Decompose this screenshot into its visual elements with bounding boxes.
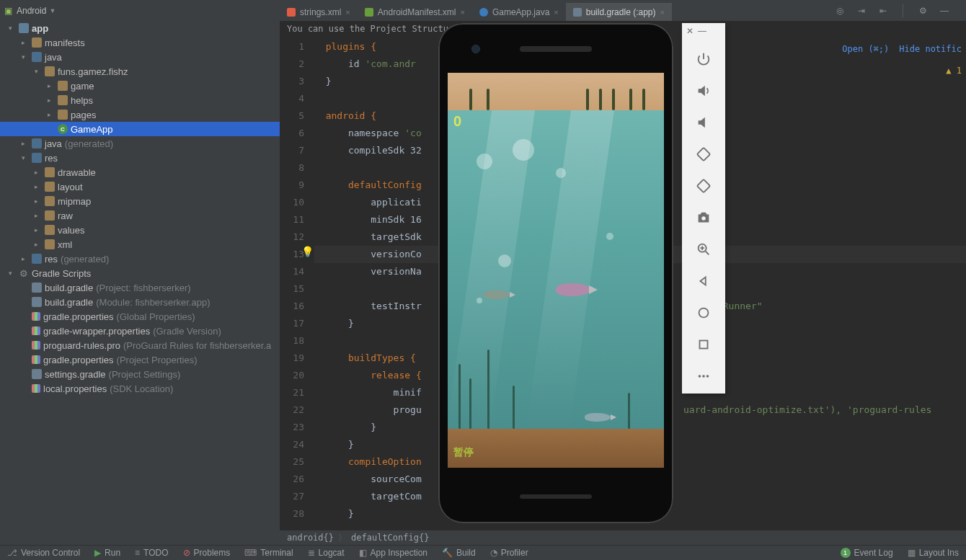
tree-node[interactable]: ▸ res (generated) [0, 252, 280, 266]
expand-arrow-icon[interactable]: ▾ [35, 68, 42, 75]
overview-icon[interactable] [682, 329, 725, 360]
home-icon[interactable] [682, 297, 725, 329]
tree-node[interactable]: settings.gradle (Project Settings) [0, 367, 280, 381]
tree-node[interactable]: ▸ values [0, 223, 280, 237]
tree-node[interactable]: ▸ layout [0, 179, 280, 194]
todo-tab[interactable]: ≡TODO [128, 548, 175, 558]
expand-arrow-icon[interactable]: ▸ [35, 212, 42, 219]
close-icon[interactable]: × [461, 8, 465, 17]
expand-arrow-icon[interactable]: ▸ [22, 140, 29, 147]
expand-arrow-icon[interactable]: ▸ [35, 197, 42, 205]
close-icon[interactable]: × [554, 8, 558, 17]
logcat-tab[interactable]: ≣Logcat [301, 548, 352, 558]
close-icon[interactable]: ✕ [686, 26, 694, 39]
tree-node[interactable]: ▾ res [0, 151, 280, 165]
tree-label: app [32, 23, 48, 34]
run-config-label: Android [17, 6, 46, 16]
open-link[interactable]: Open (⌘;) [842, 44, 889, 54]
minimize-icon[interactable]: — [698, 26, 706, 39]
editor-tab[interactable]: GameApp.java × [472, 3, 566, 21]
power-icon[interactable] [682, 43, 725, 75]
editor-tab[interactable]: AndroidManifest.xml × [358, 3, 472, 21]
tree-label: Gradle Scripts [32, 268, 91, 279]
layout-inspector-tab[interactable]: ▦Layout Ins [900, 548, 966, 558]
tree-node[interactable]: proguard-rules.pro (ProGuard Rules for f… [0, 338, 280, 352]
phone-screen[interactable]: 0 暂停 [448, 73, 664, 468]
expand-arrow-icon[interactable]: ▸ [22, 39, 29, 46]
problems-tab[interactable]: ⊘Problems [176, 548, 238, 558]
tree-node[interactable]: gradle.properties (Global Properties) [0, 309, 280, 324]
tree-node[interactable]: ▸ mipmap [0, 194, 280, 208]
folder-icon [32, 138, 42, 148]
tree-node[interactable]: ▸ java (generated) [0, 136, 280, 151]
svg-rect-0 [697, 148, 710, 161]
tree-node[interactable]: ▸ pages [0, 107, 280, 122]
back-icon[interactable] [682, 265, 725, 297]
tree-node[interactable]: ▾ app [0, 21, 280, 35]
breadcrumb-item[interactable]: android{} [287, 533, 334, 543]
expand-arrow-icon[interactable]: ▾ [22, 53, 29, 61]
tree-label: gradle.properties [43, 355, 114, 365]
editor-tab[interactable]: strings.xml × [280, 3, 358, 21]
editor-breadcrumb[interactable]: android{}〉defaultConfig{} [280, 530, 966, 545]
tree-node[interactable]: ▸ drawable [0, 165, 280, 179]
tree-node[interactable]: ▸ xml [0, 237, 280, 252]
tree-node[interactable]: ▾ java [0, 50, 280, 64]
tree-node[interactable]: ▸ raw [0, 208, 280, 223]
pause-button[interactable]: 暂停 [453, 446, 474, 459]
warning-badge[interactable]: ▲ 1 [946, 66, 962, 76]
expand-arrow-icon[interactable]: ▸ [35, 169, 42, 176]
expand-arrow-icon[interactable]: ▸ [48, 82, 55, 89]
lightbulb-icon[interactable]: 💡 [301, 246, 314, 257]
expand-arrow-icon[interactable]: ▾ [9, 270, 16, 277]
close-icon[interactable]: × [660, 8, 665, 17]
tree-node[interactable]: ▸ helps [0, 93, 280, 107]
svg-point-6 [699, 375, 701, 378]
tree-node[interactable]: local.properties (SDK Location) [0, 381, 280, 396]
rotate-left-icon[interactable] [682, 138, 725, 170]
run-config-dropdown[interactable]: Android ▼ [17, 6, 56, 16]
tree-node[interactable]: ▸ manifests [0, 35, 280, 50]
run-tab[interactable]: ▶Run [87, 548, 128, 558]
tree-node[interactable]: gradle-wrapper.properties (Gradle Versio… [0, 324, 280, 338]
rotate-right-icon[interactable] [682, 170, 725, 202]
phone-frame: 0 暂停 [438, 23, 673, 523]
tree-label: res [45, 153, 58, 164]
expand-arrow-icon[interactable]: ▾ [22, 154, 29, 161]
expand-arrow-icon[interactable]: ▸ [35, 241, 42, 248]
profiler-tab[interactable]: ◔Profiler [483, 548, 536, 558]
event-log-tab[interactable]: 1Event Log [833, 548, 900, 558]
editor-tab[interactable]: build.gradle (:app) × [566, 3, 672, 21]
tree-node[interactable]: C GameApp [0, 122, 280, 136]
folder-icon [45, 66, 55, 76]
expand-arrow-icon[interactable]: ▸ [48, 111, 55, 118]
build-tab[interactable]: 🔨Build [435, 548, 483, 558]
emulator-window: 0 暂停 [438, 23, 673, 523]
breadcrumb-item[interactable]: defaultConfig{} [351, 533, 429, 543]
hide-link[interactable]: Hide notific [899, 44, 962, 54]
expand-arrow-icon[interactable]: ▸ [35, 226, 42, 234]
tree-node[interactable]: ▸ game [0, 79, 280, 93]
folder-icon [45, 239, 55, 249]
tree-node[interactable]: gradle.properties (Project Properties) [0, 352, 280, 367]
camera-icon[interactable] [682, 202, 725, 234]
tree-node[interactable]: build.gradle (Project: fishberserker) [0, 280, 280, 295]
close-icon[interactable]: × [345, 8, 350, 17]
svg-rect-1 [697, 179, 710, 192]
volume-up-icon[interactable] [682, 75, 725, 107]
terminal-tab[interactable]: ⌨Terminal [237, 548, 300, 558]
tree-node[interactable]: build.gradle (Module: fishberserker.app) [0, 295, 280, 309]
tree-node[interactable]: ▾ ⚙ Gradle Scripts [0, 266, 280, 280]
expand-arrow-icon[interactable]: ▸ [48, 97, 55, 104]
app-inspection-tab[interactable]: ◧App Inspection [352, 548, 435, 558]
version-control-tab[interactable]: ⎇Version Control [0, 548, 87, 558]
tree-annotation: (generated) [61, 254, 109, 265]
expand-arrow-icon[interactable]: ▸ [22, 255, 29, 262]
expand-arrow-icon[interactable]: ▸ [35, 183, 42, 190]
tree-node[interactable]: ▾ funs.gamez.fishz [0, 64, 280, 79]
volume-down-icon[interactable] [682, 107, 725, 138]
zoom-icon[interactable] [682, 234, 725, 265]
expand-arrow-icon[interactable]: ▾ [9, 25, 16, 32]
more-icon[interactable] [682, 360, 725, 392]
tab-label: GameApp.java [492, 7, 549, 17]
